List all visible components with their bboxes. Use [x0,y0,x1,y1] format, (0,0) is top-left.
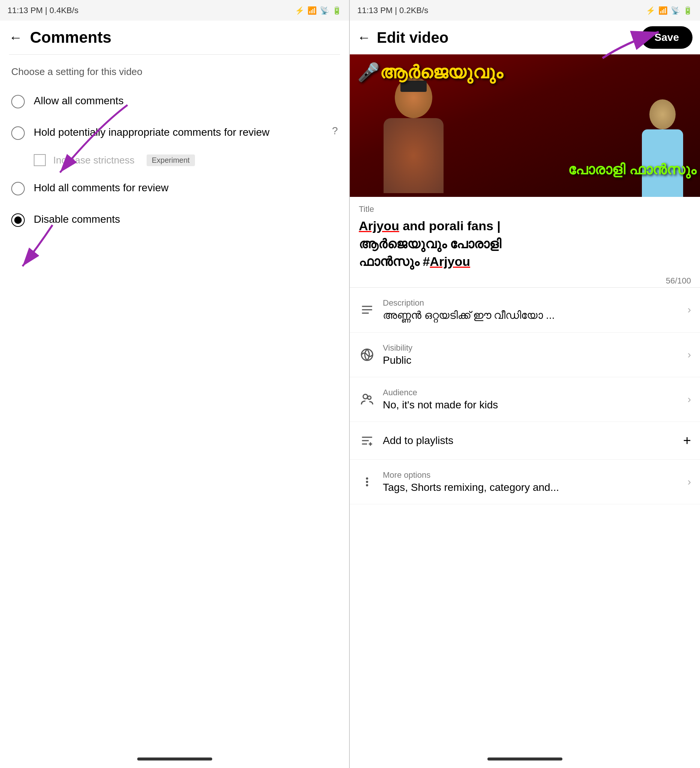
right-status-bar: 11:13 PM | 0.2KB/s ⚡ 📶 📡 🔋 [350,0,700,21]
content-area: Title Arjyou and porali fans | ആർജെയുവും… [350,197,700,768]
back-button[interactable]: ← [9,31,22,44]
radio-allow-all[interactable] [11,95,25,108]
option-hold-inappropriate-label: Hold potentially inappropriate comments … [34,125,270,139]
playlists-value: Add to playlists [383,435,676,446]
svg-point-8 [368,396,371,399]
visibility-menu-item[interactable]: Visibility Public › [350,333,700,377]
left-time: 11:13 PM | 0.4KB/s [8,6,78,15]
visibility-icon [359,347,375,363]
svg-point-7 [363,394,368,398]
help-icon[interactable]: ? [332,125,338,137]
left-panel: 11:13 PM | 0.4KB/s ⚡ 📶 📡 🔋 ← Comments Ch… [0,0,350,768]
description-icon [359,301,375,318]
option-allow-all[interactable]: Allow all comments [0,85,349,117]
more-options-menu-item[interactable]: More options Tags, Shorts remixing, cate… [350,460,700,504]
right-home-indicator [487,757,563,760]
sub-option-strictness[interactable]: Increase strictness Experiment [0,148,349,172]
bluetooth-icon: ⚡ [295,6,304,15]
page-title: Comments [30,29,111,46]
radio-hold-inappropriate[interactable] [11,126,25,140]
visibility-chevron: › [688,349,691,361]
right-header-left: ← Edit video [357,29,448,46]
video-title: Arjyou and porali fans | ആർജെയുവും പോരാള… [359,217,691,271]
char-count: 56/100 [350,275,700,287]
svg-point-15 [367,478,368,479]
visibility-label: Visibility [383,343,680,353]
description-value: അണ്ണൻ ഒറ്റയടിക്ക് ഈ വീഡിയോ ... [383,309,680,322]
audience-menu-item[interactable]: Audience No, it's not made for kids › [350,377,700,422]
save-button[interactable]: Save [641,26,692,49]
description-menu-item[interactable]: Description അണ്ണൻ ഒറ്റയടിക്ക് ഈ വീഡിയോ .… [350,288,700,333]
wifi-icon: 📡 [320,6,329,15]
more-options-value: Tags, Shorts remixing, category and... [383,482,680,493]
video-text-overlay-2: പോരാളി ഫാൻസും [568,162,696,178]
visibility-value: Public [383,354,680,366]
more-options-content: More options Tags, Shorts remixing, cate… [383,470,680,493]
right-bluetooth-icon: ⚡ [646,6,655,15]
option-hold-all[interactable]: Hold all comments for review [0,172,349,204]
option-hold-all-label: Hold all comments for review [34,180,168,195]
audience-icon [359,391,375,408]
audience-label: Audience [383,388,680,397]
person-figure [380,77,447,197]
right-status-icons: ⚡ 📶 📡 🔋 [646,6,692,15]
audience-content: Audience No, it's not made for kids [383,388,680,411]
experiment-badge: Experiment [147,155,195,166]
description-content: Description അണ്ണൻ ഒറ്റയടിക്ക് ഈ വീഡിയോ .… [383,298,680,322]
title-section: Title Arjyou and porali fans | ആർജെയുവും… [350,197,700,275]
battery-icon: 🔋 [332,6,342,15]
svg-point-14 [367,481,368,482]
right-panel: 11:13 PM | 0.2KB/s ⚡ 📶 📡 🔋 ← Edit video … [350,0,700,768]
audience-value: No, it's not made for kids [383,399,680,411]
video-thumbnail: 🎤ആർജെയുവും പോരാളി ഫാൻസും [350,54,700,197]
right-header: ← Edit video Save [350,21,700,54]
left-header: ← Comments [0,21,349,54]
more-options-chevron: › [688,476,691,488]
video-text-overlay-1: 🎤ആർജെയുവും [357,62,503,83]
more-options-icon [359,474,375,490]
left-status-bar: 11:13 PM | 0.4KB/s ⚡ 📶 📡 🔋 [0,0,349,21]
playlists-icon [359,432,375,449]
option-disable-label: Disable comments [34,212,120,227]
right-back-button[interactable]: ← [357,31,371,44]
audience-chevron: › [688,394,691,405]
title-field-label: Title [359,204,691,214]
more-options-label: More options [383,470,680,480]
option-allow-all-label: Allow all comments [34,93,124,108]
right-time: 11:13 PM | 0.2KB/s [357,6,428,15]
description-label: Description [383,298,680,308]
playlists-plus: + [683,433,691,448]
radio-disable[interactable] [11,213,25,227]
left-status-icons: ⚡ 📶 📡 🔋 [295,6,342,15]
radio-disable-fill [14,216,22,224]
option-hold-inappropriate[interactable]: Hold potentially inappropriate comments … [0,117,349,148]
svg-point-16 [367,485,368,486]
right-battery-icon: 🔋 [683,6,692,15]
right-signal-icon: 📶 [658,6,668,15]
right-wifi-icon: 📡 [671,6,680,15]
playlists-content: Add to playlists [383,435,676,446]
signal-icon: 📶 [307,6,317,15]
description-chevron: › [688,304,691,316]
left-home-indicator [137,757,212,760]
setting-subtitle: Choose a setting for this video [0,55,349,85]
person-figure-2 [640,99,685,197]
visibility-content: Visibility Public [383,343,680,366]
right-page-title: Edit video [377,29,448,46]
strictness-checkbox[interactable] [34,154,46,166]
option-disable[interactable]: Disable comments [0,204,349,235]
playlists-menu-item[interactable]: Add to playlists + [350,422,700,460]
strictness-label: Increase strictness [53,155,134,166]
radio-hold-all[interactable] [11,182,25,195]
